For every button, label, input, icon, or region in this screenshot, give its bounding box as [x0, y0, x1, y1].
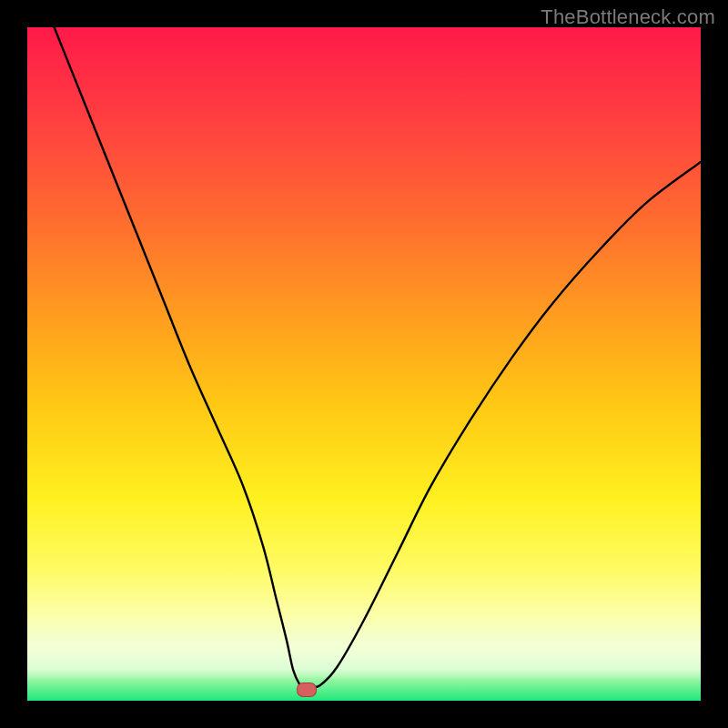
- optimal-marker-icon: [297, 682, 317, 697]
- chart-frame: TheBottleneck.com: [0, 0, 728, 728]
- plot-area: [27, 27, 701, 701]
- watermark-text: TheBottleneck.com: [541, 5, 715, 29]
- bottleneck-curve: [27, 27, 701, 701]
